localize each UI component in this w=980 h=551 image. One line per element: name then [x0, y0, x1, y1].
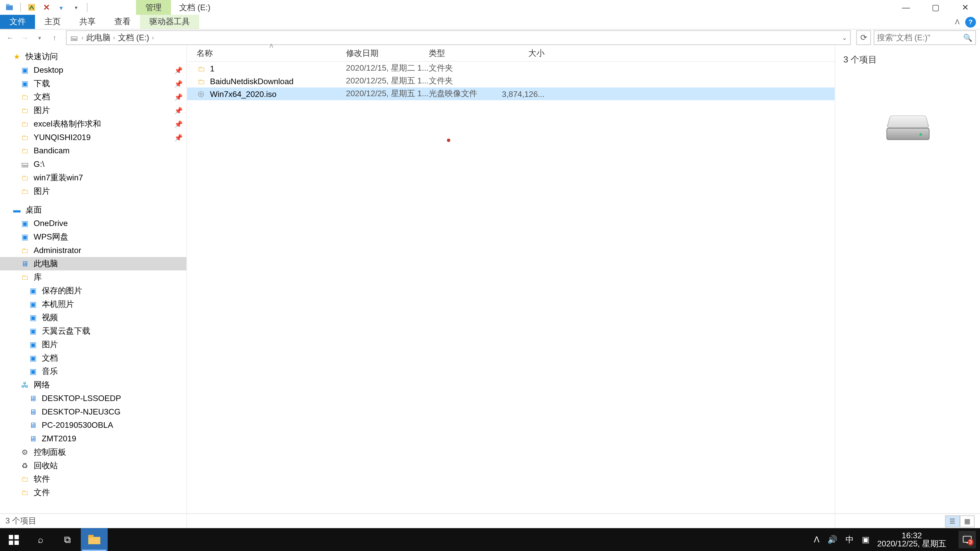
column-date[interactable]: 修改日期 — [346, 48, 429, 59]
drive-icon: 🖴 — [20, 159, 30, 169]
icons-view-button[interactable]: ▦ — [960, 515, 975, 527]
nav-item[interactable]: 🗀文件 — [0, 486, 186, 499]
details-view-button[interactable]: ☰ — [945, 515, 960, 527]
volume-icon[interactable]: 🔊 — [827, 535, 838, 545]
address-history-icon[interactable]: ⌄ — [842, 35, 847, 41]
nav-item[interactable]: ⚙控制面板 — [0, 445, 186, 459]
nav-desktop-item[interactable]: 🖥此电脑 — [0, 257, 186, 270]
tray-app-icon[interactable]: ▣ — [862, 535, 869, 545]
nav-item[interactable]: 🗀软件 — [0, 472, 186, 486]
nav-desktop-item[interactable]: ▣WPS网盘 — [0, 230, 186, 244]
task-view-button[interactable]: ⧉ — [54, 528, 81, 551]
nav-network[interactable]: 🖧网络 — [0, 378, 186, 392]
column-headers: 名称ᐱ 修改日期 类型 大小 — [187, 46, 835, 62]
nav-desktop-item[interactable]: 🗀Administrator — [0, 244, 186, 257]
back-button[interactable]: ← — [4, 32, 16, 44]
file-date: 2020/12/25, 星期五 1... — [346, 75, 429, 87]
address-row: ← → ▾ ↑ 🖴 › 此电脑 › 文档 (E:) › ⌄ ⟳ 🔍 — [0, 30, 980, 46]
chevron-right-icon[interactable]: › — [152, 35, 154, 41]
search-input[interactable] — [877, 33, 978, 42]
nav-quick-item[interactable]: 🗀Bandicam — [0, 144, 186, 157]
recent-dropdown[interactable]: ▾ — [34, 32, 46, 44]
help-icon[interactable]: ? — [965, 17, 976, 27]
navigation-pane[interactable]: ★快速访问 ▣Desktop📌▣下载📌🗀文档📌🗀图片📌🗀excel表格制作求和📌… — [0, 46, 187, 528]
maximize-button[interactable]: ▢ — [921, 0, 950, 15]
delete-icon[interactable]: ✕ — [41, 2, 52, 13]
tab-view[interactable]: 查看 — [105, 15, 140, 29]
nav-quick-item[interactable]: 🗀文档📌 — [0, 90, 186, 103]
forward-button[interactable]: → — [19, 32, 31, 44]
nav-library-item[interactable]: ▣音乐 — [0, 365, 186, 378]
nav-quick-item[interactable]: ▣下载📌 — [0, 77, 186, 90]
nav-library-item[interactable]: ▣本机照片 — [0, 297, 186, 311]
blue-icon: ▣ — [20, 219, 30, 228]
nav-desktop-item[interactable]: ▣OneDrive — [0, 217, 186, 230]
nav-library-item[interactable]: ▣保存的图片 — [0, 284, 186, 297]
nav-network-pc[interactable]: 🖥DESKTOP-LSSOEDP — [0, 392, 186, 405]
nav-network-pc[interactable]: 🖥PC-20190530OBLA — [0, 418, 186, 432]
nav-quick-item[interactable]: 🗀YUNQISHI2019📌 — [0, 130, 186, 144]
nav-library-item[interactable]: ▣图片 — [0, 338, 186, 351]
nav-desktop-item[interactable]: 🗀库 — [0, 270, 186, 284]
pin-icon: 📌 — [174, 134, 183, 141]
breadcrumb-current[interactable]: 文档 (E:) — [118, 32, 149, 43]
nav-desktop-root[interactable]: ▬桌面 — [0, 203, 186, 217]
nav-library-item[interactable]: ▣视频 — [0, 311, 186, 324]
nav-quick-item[interactable]: 🗀图片📌 — [0, 103, 186, 117]
taskbar-clock[interactable]: 16:32 2020/12/25, 星期五 — [877, 532, 946, 548]
minimize-button[interactable]: — — [891, 0, 921, 15]
nav-quick-access[interactable]: ★快速访问 — [0, 50, 186, 63]
app-icon[interactable] — [4, 2, 15, 13]
system-tray: ᐱ 🔊 中 ▣ 16:32 2020/12/25, 星期五 3 — [814, 528, 980, 551]
ribbon-collapse-icon[interactable]: ᐱ — [955, 18, 959, 25]
up-button[interactable]: ↑ — [48, 32, 60, 44]
nav-quick-item[interactable]: 🗀win7重装win7 — [0, 171, 186, 184]
chevron-right-icon[interactable]: › — [81, 35, 83, 41]
chevron-right-icon[interactable]: › — [113, 35, 115, 41]
file-row[interactable]: 🗀12020/12/15, 星期二 1...文件夹 — [187, 62, 835, 75]
file-row[interactable]: ◎Win7x64_2020.iso2020/12/25, 星期五 1...光盘映… — [187, 87, 835, 100]
start-button[interactable] — [0, 528, 27, 551]
column-name[interactable]: 名称ᐱ — [197, 48, 346, 59]
search-box[interactable]: 🔍 — [873, 30, 976, 45]
tab-drive-tools[interactable]: 驱动器工具 — [140, 15, 199, 29]
context-tab-manage[interactable]: 管理 — [136, 0, 171, 15]
refresh-button[interactable]: ⟳ — [856, 30, 871, 45]
nav-label: excel表格制作求和 — [34, 118, 101, 130]
nav-library-item[interactable]: ▣文档 — [0, 351, 186, 365]
search-icon[interactable]: 🔍 — [963, 33, 973, 42]
breadcrumb-this-pc[interactable]: 此电脑 — [86, 32, 110, 43]
nav-label: G:\ — [34, 159, 45, 169]
nav-network-pc[interactable]: 🖥ZMT2019 — [0, 432, 186, 445]
nav-label: 下载 — [34, 78, 50, 89]
nav-quick-item[interactable]: 🖴G:\ — [0, 157, 186, 171]
rename-icon[interactable]: ▾ — [56, 2, 67, 13]
nav-network-pc[interactable]: 🖥DESKTOP-NJEU3CG — [0, 405, 186, 419]
pc-icon: 🖥 — [28, 434, 38, 443]
file-explorer-taskbar-button[interactable] — [81, 528, 107, 551]
column-type[interactable]: 类型 — [429, 48, 497, 59]
nav-library-item[interactable]: ▣天翼云盘下载 — [0, 324, 186, 338]
folder-icon: 🗀 — [20, 106, 30, 115]
nav-item[interactable]: ♻回收站 — [0, 459, 186, 472]
file-list[interactable]: 名称ᐱ 修改日期 类型 大小 🗀12020/12/15, 星期二 1...文件夹… — [187, 46, 835, 528]
nav-quick-item[interactable]: 🗀图片 — [0, 184, 186, 198]
properties-icon[interactable] — [26, 2, 37, 13]
nav-quick-item[interactable]: 🗀excel表格制作求和📌 — [0, 117, 186, 130]
tab-file[interactable]: 文件 — [0, 15, 35, 29]
address-bar[interactable]: 🖴 › 此电脑 › 文档 (E:) › ⌄ — [66, 30, 851, 45]
close-button[interactable]: ✕ — [950, 0, 980, 15]
action-center-button[interactable]: 3 — [959, 531, 976, 548]
search-button[interactable]: ⌕ — [27, 528, 54, 551]
nav-quick-item[interactable]: ▣Desktop📌 — [0, 63, 186, 77]
tab-home[interactable]: 主页 — [35, 15, 70, 29]
column-size[interactable]: 大小 — [497, 48, 545, 59]
tray-overflow-icon[interactable]: ᐱ — [814, 535, 819, 545]
taskbar: ⌕ ⧉ ᐱ 🔊 中 ▣ 16:32 2020/12/25, 星期五 3 — [0, 528, 980, 551]
folder-icon: 🗀 — [20, 246, 30, 255]
file-row[interactable]: 🗀BaiduNetdiskDownload2020/12/25, 星期五 1..… — [187, 75, 835, 87]
qat-dropdown-icon[interactable]: ▾ — [71, 2, 81, 13]
tab-share[interactable]: 共享 — [70, 15, 105, 29]
nav-label: 天翼云盘下载 — [42, 325, 90, 337]
ime-indicator[interactable]: 中 — [845, 534, 854, 545]
